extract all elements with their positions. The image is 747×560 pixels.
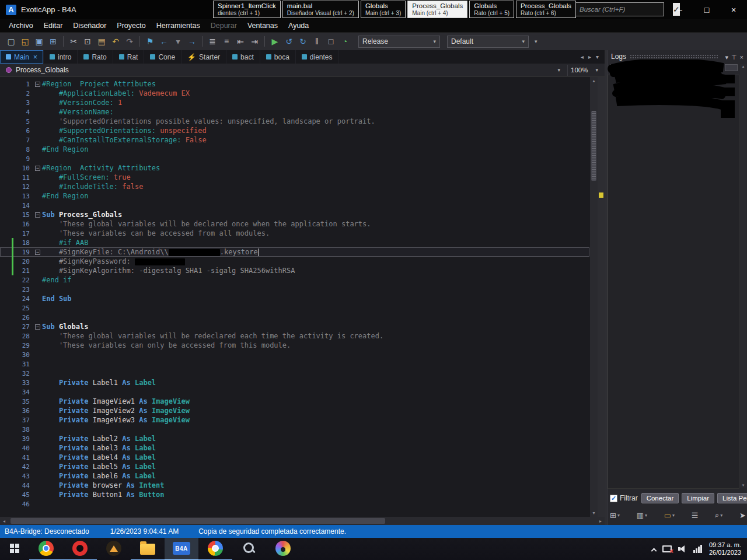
method-dropdown[interactable]: Process_Globals ▾ — [4, 65, 563, 76]
run-icon[interactable]: ▶ — [268, 35, 281, 48]
menu-ventanas[interactable]: Ventanas — [242, 20, 283, 31]
logs-list[interactable] — [608, 75, 739, 489]
indent-icon[interactable]: ⇥ — [248, 35, 261, 48]
logs-button-conectar[interactable]: Conectar — [641, 493, 679, 503]
panel-drag-grip[interactable] — [630, 54, 718, 59]
tab-cone[interactable]: Cone — [144, 50, 181, 64]
fold-collapse-icon[interactable]: − — [35, 212, 40, 218]
tab-dientes[interactable]: dientes — [296, 50, 339, 64]
menu-ayuda[interactable]: Ayuda — [283, 20, 314, 31]
scroll-left-icon[interactable]: ◂ — [0, 519, 8, 524]
close-panel-icon[interactable]: × — [740, 54, 743, 61]
menu-herramientas[interactable]: Herramientas — [151, 20, 205, 31]
new-file-icon[interactable]: ▢ — [5, 35, 18, 48]
chrome-profile-icon[interactable] — [198, 538, 232, 560]
tray-volume-icon[interactable] — [678, 545, 687, 553]
save-all-icon[interactable]: ⊞ — [47, 35, 60, 48]
logs-toolbar-button[interactable] — [625, 64, 638, 71]
build-configuration-dropdown[interactable]: Release ▾ — [358, 36, 440, 48]
scroll-right-icon[interactable]: ▸ — [596, 519, 605, 524]
tab-list-icon[interactable]: ▾ — [596, 54, 599, 60]
opera-icon[interactable] — [63, 538, 97, 560]
menu-diseñador[interactable]: Diseñador — [68, 20, 111, 31]
resume-icon[interactable]: ↻ — [296, 35, 309, 48]
profile-dropdown[interactable]: Default ▾ — [447, 36, 529, 48]
filter-checkbox[interactable]: ✓ Filtrar — [610, 494, 638, 502]
scrollbar-thumb[interactable] — [591, 111, 596, 181]
logs-toolbar-dropdown[interactable] — [725, 64, 738, 71]
paste-icon[interactable]: ▤ — [95, 35, 108, 48]
back-icon[interactable]: ← — [158, 35, 170, 48]
pause-icon[interactable]: ‖ — [310, 35, 323, 48]
antivirus-icon[interactable] — [97, 538, 131, 560]
tab-rat[interactable]: Rat — [113, 50, 145, 64]
tab-bact[interactable]: bact — [226, 50, 260, 64]
tab-intro[interactable]: intro — [44, 50, 78, 64]
quick-tab-1[interactable]: Spinner1_ItemClickdientes (ctrl + 1) — [213, 1, 281, 18]
scrollbar-thumb[interactable] — [11, 518, 385, 524]
quick-tab-5[interactable]: GlobalsRato (ctrl + 5) — [469, 1, 514, 18]
search-logs-icon[interactable]: ⌕ — [715, 510, 719, 520]
cut-icon[interactable]: ✂ — [67, 35, 80, 48]
redo-icon[interactable]: ↷ — [123, 35, 136, 48]
file-explorer-icon[interactable] — [131, 538, 165, 560]
editor-horizontal-scrollbar[interactable]: ◂ ▸ — [0, 517, 605, 525]
scroll-up-icon[interactable]: ▴ — [592, 77, 595, 85]
code-editor[interactable]: 1−#Region Project Attributes2 #Applicati… — [0, 77, 605, 517]
close-tab-icon[interactable]: × — [33, 53, 37, 61]
logs-button-limpiar[interactable]: Limpiar — [682, 493, 714, 503]
uncomment-icon[interactable]: ≡ — [220, 35, 233, 48]
logs-scrollbar[interactable]: ▴ ▾ — [740, 64, 746, 488]
editor-vertical-scrollbar[interactable]: ▴ ▾ — [590, 77, 598, 517]
quick-tab-3[interactable]: GlobalsMain (ctrl + 3) — [361, 1, 406, 18]
log-list-icon[interactable]: ☰ — [692, 511, 699, 520]
forward-icon[interactable]: → — [186, 35, 198, 48]
panel-columns-icon[interactable]: ▥ — [637, 511, 644, 520]
changed-line-marker[interactable] — [599, 192, 603, 198]
maximize-button[interactable]: □ — [693, 0, 720, 19]
tray-network-icon[interactable] — [693, 545, 702, 553]
timer-icon[interactable]: ◔ — [338, 35, 351, 48]
fold-collapse-icon[interactable]: − — [35, 166, 40, 171]
quick-tab-2[interactable]: main.balDiseñador Visual (ctrl + 2) — [282, 1, 359, 18]
menu-editar[interactable]: Editar — [39, 20, 68, 31]
tab-starter[interactable]: ⚡Starter — [181, 50, 226, 64]
open-folder-icon[interactable]: ▭ — [664, 511, 671, 520]
bookmark-icon[interactable]: ⚑ — [144, 35, 156, 48]
b4a-icon[interactable]: B4A — [165, 538, 198, 560]
tab-boca[interactable]: boca — [260, 50, 296, 64]
start-button[interactable] — [0, 538, 29, 560]
taskbar-clock[interactable]: 09:37 a. m. 26/01/2023 — [709, 541, 741, 556]
quick-tab-4[interactable]: Process_GlobalsMain (ctrl + 4) — [407, 1, 467, 18]
undo-icon[interactable]: ↶ — [109, 35, 122, 48]
save-icon[interactable]: ▣ — [33, 35, 46, 48]
quick-tab-6[interactable]: Process_GlobalsRato (ctrl + 6) — [516, 1, 576, 18]
close-button[interactable]: × — [720, 0, 747, 19]
scroll-down-icon[interactable]: ▾ — [592, 509, 595, 517]
fold-collapse-icon[interactable]: − — [35, 324, 40, 330]
scroll-tabs-right-icon[interactable]: ▸ — [588, 54, 591, 60]
tab-main[interactable]: Main× — [0, 50, 44, 64]
panel-grid-icon[interactable]: ⊞ — [610, 511, 616, 520]
logs-panel-header[interactable]: Logs ▾⊤× — [608, 50, 747, 63]
toolbar-overflow-icon[interactable]: ▾ — [532, 38, 540, 44]
stop-icon[interactable]: □ — [324, 35, 337, 48]
copy-icon[interactable]: ⊡ — [81, 35, 94, 48]
scroll-down-icon[interactable]: ▾ — [742, 483, 745, 488]
scroll-tabs-left-icon[interactable]: ◂ — [581, 54, 584, 60]
back-history-icon[interactable]: ▾ — [172, 35, 184, 48]
comment-icon[interactable]: ≣ — [206, 35, 219, 48]
chrome-icon[interactable] — [29, 538, 63, 560]
tab-rato[interactable]: Rato — [78, 50, 113, 64]
dock-menu-icon[interactable]: ▾ — [725, 54, 728, 61]
menu-archivo[interactable]: Archivo — [4, 20, 39, 31]
logs-toolbar-button[interactable] — [610, 64, 623, 71]
tray-expand-icon[interactable] — [651, 548, 657, 554]
search-tool-icon[interactable] — [232, 538, 266, 560]
menu-depurar[interactable]: Depurar — [205, 20, 242, 31]
outdent-icon[interactable]: ⇤ — [234, 35, 247, 48]
rebuild-icon[interactable]: ↺ — [282, 35, 295, 48]
tray-display-error-icon[interactable] — [662, 545, 672, 552]
pin-icon[interactable]: ⊤ — [731, 54, 737, 61]
send-icon[interactable]: ➤ — [739, 511, 746, 520]
